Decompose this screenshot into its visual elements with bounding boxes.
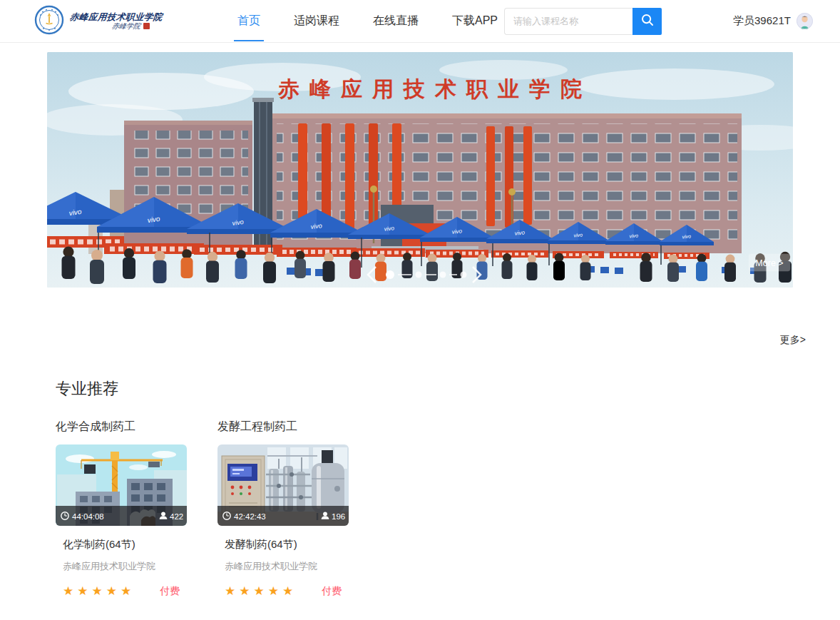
college-emblem-icon [34, 5, 64, 38]
carousel-dot-active[interactable] [386, 270, 394, 279]
course-org: 赤峰应用技术职业学院 [225, 560, 349, 573]
course-thumbnail[interactable]: 44:04:08 422 [56, 444, 187, 526]
course-title[interactable]: 化学制药(64节) [63, 538, 187, 552]
building-sign-text: 赤峰应用技术职业学院 [277, 77, 592, 101]
course-card: 发酵工程制药工 [217, 420, 349, 599]
svg-text:196: 196 [332, 512, 345, 521]
svg-text:vivo: vivo [514, 229, 526, 236]
svg-text:vivo: vivo [573, 232, 583, 238]
star-rating: ★★★★★ [225, 584, 297, 599]
svg-text:More >: More > [755, 258, 783, 268]
nav-item-download-app[interactable]: 下载APP [446, 0, 504, 42]
price-badge[interactable]: 付费 [160, 585, 180, 598]
job-title[interactable]: 发酵工程制药工 [217, 420, 349, 434]
svg-text:44:04:08: 44:04:08 [72, 512, 104, 521]
job-title[interactable]: 化学合成制药工 [56, 420, 187, 434]
banner-more-button[interactable]: More > [749, 254, 790, 271]
section-title: 专业推荐 [56, 378, 840, 400]
construction-illustration: 44:04:08 422 [56, 444, 187, 526]
course-card: 化学合成制药工 [56, 420, 187, 599]
svg-text:vivo: vivo [310, 222, 322, 230]
user-account[interactable]: 学员39621T [733, 13, 813, 29]
red-seal-icon [143, 23, 150, 29]
star-rating: ★★★★★ [63, 584, 135, 599]
nav-item-live[interactable]: 在线直播 [367, 0, 425, 42]
course-search [504, 8, 662, 35]
nav-item-home[interactable]: 首页 [231, 0, 267, 42]
carousel-dot[interactable] [461, 272, 467, 278]
svg-text:vivo: vivo [629, 233, 638, 238]
logo-signature: 赤峰学院 [111, 22, 141, 31]
logo-college-name: 赤峰应用技术职业学院 [69, 12, 163, 22]
site-logo[interactable]: 赤峰应用技术职业学院 赤峰学院 [34, 5, 161, 38]
hero-carousel[interactable]: 赤峰应用技术职业学院 vivo vivo vivo vivo vivo [47, 52, 793, 288]
student-count-badge: 422 [160, 512, 184, 520]
svg-text:vivo: vivo [682, 233, 691, 239]
search-input[interactable] [504, 8, 632, 35]
course-thumbnail[interactable]: 42:42:43 196 [217, 444, 349, 526]
search-icon [640, 13, 655, 29]
svg-text:42:42:43: 42:42:43 [234, 512, 266, 521]
nav-item-courses[interactable]: 适岗课程 [287, 0, 346, 42]
user-name: 学员39621T [733, 14, 791, 28]
top-header: 赤峰应用技术职业学院 赤峰学院 首页 适岗课程 在线直播 下载APP 学员396… [0, 0, 840, 43]
more-link[interactable]: 更多> [780, 334, 806, 345]
search-button[interactable] [632, 8, 662, 35]
main-nav: 首页 适岗课程 在线直播 下载APP [231, 0, 504, 42]
course-card-list: 化学合成制药工 [56, 420, 840, 599]
price-badge[interactable]: 付费 [322, 585, 342, 598]
student-count-badge: 196 [322, 512, 346, 520]
user-avatar[interactable] [797, 13, 813, 29]
svg-text:vivo: vivo [451, 228, 463, 235]
campus-photo: 赤峰应用技术职业学院 vivo vivo vivo vivo vivo [47, 52, 793, 288]
logo-calligraphy: 赤峰应用技术职业学院 赤峰学院 [70, 12, 163, 31]
carousel-dot[interactable] [440, 272, 446, 278]
svg-text:vivo: vivo [384, 225, 395, 233]
carousel-dot[interactable] [416, 272, 422, 278]
course-org: 赤峰应用技术职业学院 [63, 560, 187, 573]
svg-text:422: 422 [170, 512, 183, 521]
course-title[interactable]: 发酵制药(64节) [225, 538, 349, 552]
fermentation-equipment-photo: 42:42:43 196 [217, 444, 349, 526]
